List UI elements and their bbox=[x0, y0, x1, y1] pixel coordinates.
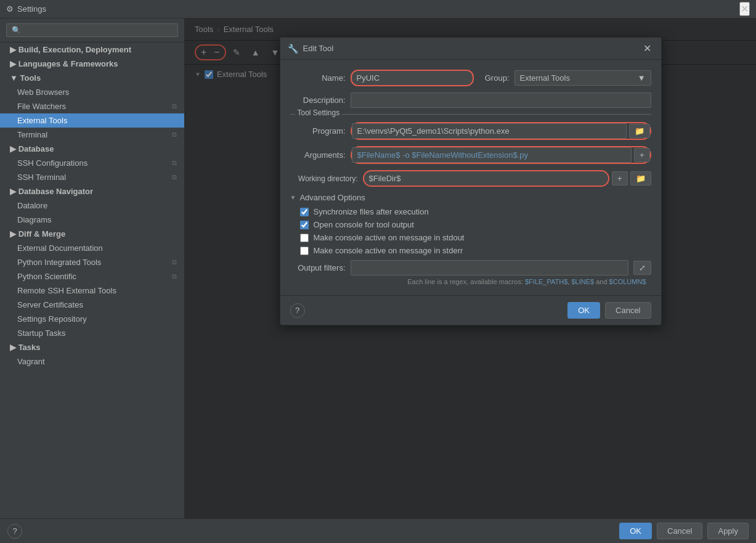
title-bar: ⚙ Settings ✕ bbox=[0, 0, 756, 18]
arguments-row: Arguments: + bbox=[290, 146, 651, 164]
active-stderr-row: Make console active on message in stderr bbox=[290, 246, 651, 255]
sidebar-item-python-scientific[interactable]: Python Scientific ⧉ bbox=[0, 269, 184, 284]
macro-column: $COLUMN$ bbox=[609, 278, 646, 285]
sidebar-item-terminal[interactable]: Terminal ⧉ bbox=[0, 128, 184, 142]
sync-files-row: Synchronize files after execution bbox=[290, 207, 651, 216]
copy-icon-ssh-term: ⧉ bbox=[172, 173, 177, 181]
sidebar-item-remote-ssh[interactable]: Remote SSH External Tools bbox=[0, 284, 184, 298]
dialog-body: Name: Group: External Tools ▼ Descriptio… bbox=[280, 60, 661, 295]
dialog-footer: ? OK Cancel bbox=[280, 295, 661, 325]
copy-icon-ps: ⧉ bbox=[172, 272, 177, 280]
sidebar-item-database[interactable]: ▶ Database bbox=[0, 142, 184, 156]
sync-files-label: Synchronize files after execution bbox=[314, 207, 429, 216]
program-label: Program: bbox=[290, 126, 346, 136]
copy-icon-ssh: ⧉ bbox=[172, 159, 177, 167]
output-filters-input[interactable] bbox=[351, 260, 628, 276]
bottom-left: ? bbox=[7, 524, 22, 539]
sidebar-item-external-tools[interactable]: External Tools bbox=[0, 113, 184, 128]
output-filters-label: Output filters: bbox=[290, 263, 346, 272]
active-stderr-label: Make console active on message in stderr bbox=[314, 246, 463, 255]
bottom-apply-button[interactable]: Apply bbox=[707, 523, 749, 539]
bottom-ok-button[interactable]: OK bbox=[619, 523, 652, 539]
sidebar-item-file-watchers[interactable]: File Watchers ⧉ bbox=[0, 99, 184, 113]
arguments-label: Arguments: bbox=[290, 150, 346, 160]
bottom-right: OK Cancel Apply bbox=[619, 523, 749, 539]
dialog-title-bar: 🔧 Edit Tool ✕ bbox=[280, 38, 661, 60]
chevron-down-icon: ▼ bbox=[638, 73, 646, 83]
sidebar-item-database-navigator[interactable]: ▶ Database Navigator bbox=[0, 184, 184, 198]
sidebar-item-web-browsers[interactable]: Web Browsers bbox=[0, 85, 184, 99]
tool-settings-label: Tool Settings bbox=[295, 108, 343, 117]
active-stdout-label: Make console active on message in stdout bbox=[314, 233, 465, 242]
open-console-row: Open console for tool output bbox=[290, 220, 651, 229]
working-dir-add-button[interactable]: + bbox=[612, 171, 628, 186]
search-box bbox=[0, 18, 184, 43]
program-browse-button[interactable]: 📁 bbox=[629, 124, 650, 138]
description-label: Description: bbox=[290, 96, 346, 105]
sidebar-item-settings-repository[interactable]: Settings Repository bbox=[0, 312, 184, 326]
active-stdout-checkbox[interactable] bbox=[300, 234, 309, 242]
dialog-close-button[interactable]: ✕ bbox=[641, 43, 654, 54]
title-bar-title: ⚙ Settings bbox=[6, 4, 46, 14]
arguments-add-button[interactable]: + bbox=[634, 148, 650, 162]
sidebar-item-languages-frameworks[interactable]: ▶ Languages & Frameworks bbox=[0, 57, 184, 71]
sidebar-item-startup-tasks[interactable]: Startup Tasks bbox=[0, 326, 184, 340]
sidebar-item-python-integrated-tools[interactable]: Python Integrated Tools ⧉ bbox=[0, 255, 184, 269]
help-button[interactable]: ? bbox=[290, 303, 305, 318]
name-input[interactable] bbox=[351, 70, 474, 86]
sidebar-item-datalore[interactable]: Datalore bbox=[0, 198, 184, 213]
open-console-label: Open console for tool output bbox=[314, 220, 414, 229]
copy-icon-terminal: ⧉ bbox=[172, 131, 177, 139]
sidebar-item-ssh-configurations[interactable]: SSH Configurations ⧉ bbox=[0, 156, 184, 170]
active-stdout-row: Make console active on message in stdout bbox=[290, 233, 651, 242]
advanced-triangle: ▼ bbox=[290, 194, 296, 201]
sidebar-item-server-certificates[interactable]: Server Certificates bbox=[0, 298, 184, 312]
bottom-cancel-button[interactable]: Cancel bbox=[657, 523, 702, 539]
sidebar-item-tools[interactable]: ▼ Tools bbox=[0, 71, 184, 85]
active-stderr-checkbox[interactable] bbox=[300, 247, 309, 255]
advanced-options-section: ▼ Advanced Options Synchronize files aft… bbox=[290, 193, 651, 255]
program-input[interactable] bbox=[352, 123, 627, 139]
output-filters-row: Output filters: ⤢ bbox=[290, 260, 651, 276]
dialog-cancel-button[interactable]: Cancel bbox=[605, 302, 651, 319]
description-input[interactable] bbox=[351, 92, 651, 108]
sidebar-item-ssh-terminal[interactable]: SSH Terminal ⧉ bbox=[0, 170, 184, 184]
sidebar: ▶ Build, Execution, Deployment ▶ Languag… bbox=[0, 18, 185, 518]
name-label: Name: bbox=[290, 73, 346, 83]
sidebar-item-diff-merge[interactable]: ▶ Diff & Merge bbox=[0, 227, 184, 241]
dialog-title: 🔧 Edit Tool bbox=[288, 44, 334, 54]
arguments-input[interactable] bbox=[352, 147, 632, 163]
dialog-icon: 🔧 bbox=[288, 44, 298, 54]
macro-hint: Each line is a regex, available macros: … bbox=[290, 278, 651, 285]
sidebar-item-diagrams[interactable]: Diagrams bbox=[0, 213, 184, 227]
close-window-button[interactable]: ✕ bbox=[739, 2, 750, 16]
edit-tool-dialog: 🔧 Edit Tool ✕ Name: Group: External Tool… bbox=[280, 37, 662, 325]
working-dir-row: Working directory: + 📁 bbox=[290, 170, 651, 187]
group-select[interactable]: External Tools ▼ bbox=[514, 70, 651, 86]
bottom-help-button[interactable]: ? bbox=[7, 524, 22, 539]
program-row: Program: 📁 bbox=[290, 122, 651, 140]
bottom-bar: ? OK Cancel Apply bbox=[0, 518, 756, 543]
group-label: Group: bbox=[479, 73, 510, 83]
sidebar-item-tasks[interactable]: ▶ Tasks bbox=[0, 340, 184, 354]
dialog-overlay: 🔧 Edit Tool ✕ Name: Group: External Tool… bbox=[185, 18, 756, 518]
copy-icon: ⧉ bbox=[172, 102, 177, 110]
sync-files-checkbox[interactable] bbox=[300, 208, 309, 216]
open-console-checkbox[interactable] bbox=[300, 221, 309, 229]
arguments-field-group: + bbox=[351, 146, 651, 164]
dialog-ok-button[interactable]: OK bbox=[567, 302, 600, 319]
description-row: Description: bbox=[290, 92, 651, 108]
advanced-options-header[interactable]: ▼ Advanced Options bbox=[290, 193, 651, 202]
copy-icon-pit: ⧉ bbox=[172, 258, 177, 266]
search-input[interactable] bbox=[6, 23, 178, 37]
output-filters-expand-button[interactable]: ⤢ bbox=[633, 261, 651, 275]
sidebar-item-external-documentation[interactable]: External Documentation bbox=[0, 241, 184, 255]
main-layout: ▶ Build, Execution, Deployment ▶ Languag… bbox=[0, 18, 756, 518]
sidebar-item-build-execution[interactable]: ▶ Build, Execution, Deployment bbox=[0, 43, 184, 57]
working-dir-input[interactable] bbox=[363, 170, 609, 187]
sidebar-item-vagrant[interactable]: Vagrant bbox=[0, 354, 184, 369]
working-dir-browse-button[interactable]: 📁 bbox=[630, 171, 651, 186]
name-group-row: Name: Group: External Tools ▼ bbox=[290, 70, 651, 86]
content-area: Tools › External Tools + − ✎ ▲ ▼ ⧉ ▼ Ext… bbox=[185, 18, 756, 518]
dialog-footer-buttons: OK Cancel bbox=[567, 302, 651, 319]
